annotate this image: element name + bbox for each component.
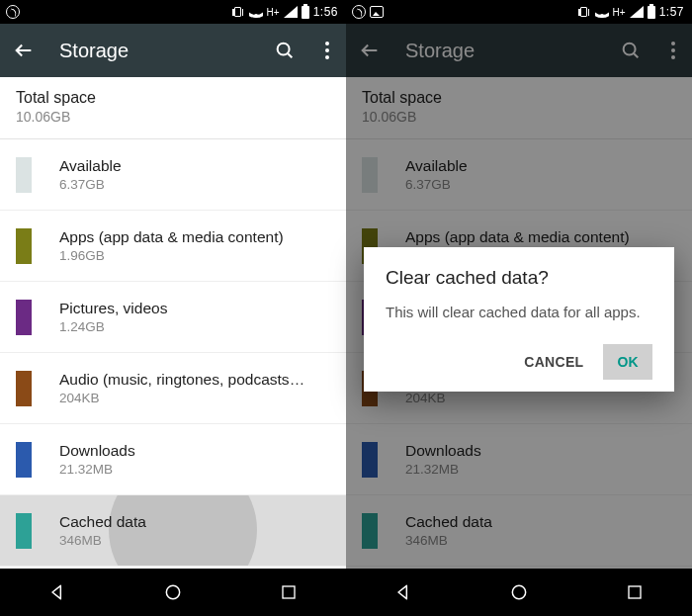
color-swatch (16, 228, 32, 264)
nav-recent-icon[interactable] (277, 580, 301, 604)
color-swatch (16, 157, 32, 193)
storage-content: Total space 10.06GB Available6.37GB Apps… (0, 77, 346, 569)
battery-icon (648, 6, 655, 19)
svg-point-2 (325, 48, 329, 52)
nav-bar (346, 569, 692, 616)
nav-home-icon[interactable] (161, 580, 185, 604)
cancel-button[interactable]: CANCEL (510, 344, 597, 380)
storage-row-downloads[interactable]: Downloads21.32MB (0, 424, 346, 495)
color-swatch (16, 371, 32, 406)
row-label: Cached data (59, 513, 146, 531)
svg-point-0 (278, 44, 290, 55)
row-value: 346MB (59, 533, 146, 548)
dialog-message: This will clear cached data for all apps… (386, 303, 652, 322)
color-swatch (16, 513, 32, 549)
row-label: Downloads (59, 442, 135, 460)
wifi-icon (595, 6, 609, 18)
nav-home-icon[interactable] (507, 580, 531, 604)
dialog-title: Clear cached data? (386, 267, 652, 289)
total-space-label: Total space (16, 89, 330, 107)
storage-row-available[interactable]: Available6.37GB (0, 139, 346, 211)
screenshot-left: H+ 1:56 Storage Total space 10.06GB (0, 0, 346, 616)
nav-recent-icon[interactable] (623, 580, 647, 604)
signal-icon (284, 6, 298, 18)
search-icon[interactable] (273, 39, 297, 62)
row-value: 6.37GB (59, 177, 122, 192)
svg-rect-11 (629, 586, 641, 598)
storage-row-apps[interactable]: Apps (app data & media content)1.96GB (0, 211, 346, 282)
nav-bar (0, 569, 346, 616)
svg-point-10 (512, 585, 525, 598)
row-label: Apps (app data & media content) (59, 228, 284, 246)
storage-row-audio[interactable]: Audio (music, ringtones, podcasts, et..2… (0, 353, 346, 424)
clear-cache-dialog: Clear cached data? This will clear cache… (364, 247, 674, 392)
status-time: 1:56 (313, 5, 338, 19)
row-label: Audio (music, ringtones, podcasts, et.. (59, 371, 306, 389)
back-icon[interactable] (12, 39, 36, 62)
color-swatch (16, 442, 32, 478)
nav-back-icon[interactable] (391, 580, 415, 604)
total-space: Total space 10.06GB (0, 77, 346, 138)
svg-rect-5 (283, 586, 295, 598)
vibrate-icon (231, 6, 245, 18)
image-notification-icon (370, 6, 384, 18)
app-bar: Storage (0, 24, 346, 77)
page-title: Storage (59, 40, 249, 62)
screenshot-right: H+ 1:57 Storage Total space (346, 0, 692, 616)
row-label: Available (59, 157, 122, 175)
row-label: Pictures, videos (59, 300, 167, 317)
network-type: H+ (267, 7, 280, 18)
status-bar: H+ 1:57 (346, 0, 692, 24)
row-value: 204KB (59, 391, 306, 405)
row-value: 1.96GB (59, 248, 284, 263)
total-space-value: 10.06GB (16, 109, 330, 125)
row-value: 21.32MB (59, 462, 135, 477)
storage-row-pictures[interactable]: Pictures, videos1.24GB (0, 282, 346, 353)
whatsapp-icon (6, 5, 20, 19)
wifi-icon (249, 6, 263, 18)
overflow-menu-icon[interactable] (320, 39, 334, 62)
storage-row-cached[interactable]: Cached data346MB (0, 495, 346, 567)
color-swatch (16, 300, 32, 335)
whatsapp-icon (352, 5, 366, 19)
signal-icon (630, 6, 644, 18)
nav-back-icon[interactable] (45, 580, 69, 604)
row-value: 1.24GB (59, 319, 167, 334)
network-type: H+ (613, 7, 626, 18)
svg-point-3 (325, 55, 329, 59)
vibrate-icon (577, 6, 591, 18)
svg-point-1 (325, 42, 329, 45)
ok-button[interactable]: OK (603, 344, 652, 380)
svg-point-4 (166, 585, 179, 598)
status-bar: H+ 1:56 (0, 0, 346, 24)
battery-icon (302, 6, 309, 19)
status-time: 1:57 (659, 5, 684, 19)
